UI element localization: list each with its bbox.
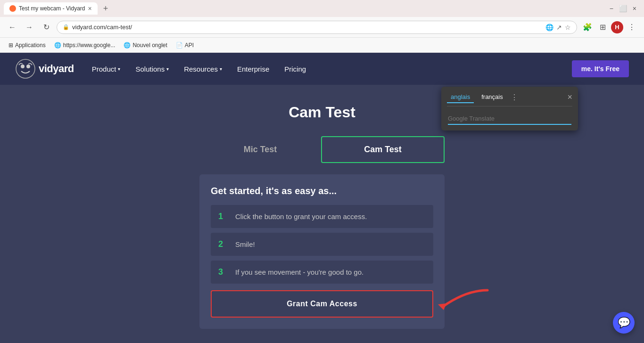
- chevron-down-icon-2: ▾: [166, 66, 169, 72]
- translate-close-button[interactable]: ×: [567, 92, 572, 102]
- tab-title: Test my webcam - Vidyard: [19, 5, 85, 12]
- refresh-button[interactable]: ↻: [40, 21, 53, 34]
- profile-button[interactable]: H: [611, 21, 623, 33]
- translate-popup: anglais français ⋮ ×: [441, 87, 578, 131]
- step-3: 3 If you see movement - you're good to g…: [211, 261, 433, 284]
- bookmark-google[interactable]: 🌐 https://www.google...: [51, 41, 118, 49]
- mic-test-tab[interactable]: Mic Test: [199, 136, 321, 163]
- chevron-down-icon: ▾: [118, 66, 120, 72]
- vidyard-navbar: vidyard Product ▾ Solutions ▾ Resources …: [0, 53, 644, 85]
- step-2-text: Smile!: [235, 240, 255, 248]
- step-3-number: 3: [218, 267, 228, 277]
- svg-point-1: [16, 59, 35, 78]
- extensions-icon[interactable]: 🧩: [581, 21, 594, 34]
- minimize-button[interactable]: −: [610, 5, 613, 12]
- translate-header: anglais français ⋮ ×: [441, 87, 578, 106]
- back-button[interactable]: ←: [6, 21, 19, 34]
- grant-button-wrapper: Grant Cam Access: [211, 290, 433, 318]
- translate-tab-french[interactable]: français: [478, 91, 507, 103]
- translate-menu-button[interactable]: ⋮: [511, 93, 518, 102]
- browser-tab[interactable]: Test my webcam - Vidyard ×: [4, 2, 98, 15]
- translate-search-input[interactable]: [448, 113, 571, 125]
- address-bar-container: ← → ↻ 🔒 vidyard.com/cam-test/ 🌐 ↗ ☆ 🧩 ⊞ …: [0, 17, 644, 38]
- window-controls: − ⬜ ×: [610, 5, 640, 12]
- address-bar-icons: 🌐 ↗ ☆: [545, 24, 571, 31]
- bookmark-new-tab[interactable]: 🌐 Nouvel onglet: [121, 41, 170, 49]
- bookmark-label: API: [185, 42, 194, 49]
- url-text: vidyard.com/cam-test/: [72, 24, 543, 31]
- forward-button[interactable]: →: [23, 21, 36, 34]
- nav-resources[interactable]: Resources ▾: [177, 61, 229, 77]
- browser-grid-icon[interactable]: ⊞: [596, 21, 609, 34]
- doc-icon: 📄: [176, 42, 183, 49]
- bookmark-star-icon[interactable]: ☆: [565, 24, 571, 31]
- page-title: Cam Test: [289, 104, 355, 121]
- step-1-text: Click the button to grant your cam acces…: [235, 212, 367, 220]
- globe-icon: 🌐: [54, 42, 61, 49]
- nav-product[interactable]: Product ▾: [85, 61, 127, 77]
- step-1-number: 1: [218, 212, 228, 221]
- logo-text: vidyard: [39, 63, 74, 75]
- browser-menu-icon[interactable]: ⋮: [625, 21, 638, 34]
- step-3-text: If you see movement - you're good to go.: [235, 268, 363, 276]
- bookmark-api[interactable]: 📄 API: [173, 41, 197, 49]
- translate-content: [441, 106, 578, 125]
- maximize-button[interactable]: ⬜: [619, 5, 627, 12]
- browser-titlebar: Test my webcam - Vidyard × + − ⬜ ×: [0, 0, 644, 17]
- bookmark-applications[interactable]: ⊞ Applications: [6, 41, 49, 49]
- steps-heading: Get started, it's as easy as...: [211, 186, 433, 196]
- svg-point-0: [10, 6, 15, 11]
- chevron-down-icon-3: ▾: [220, 66, 222, 72]
- browser-action-icons: 🧩 ⊞ H ⋮: [581, 21, 638, 34]
- nav-menu: Product ▾ Solutions ▾ Resources ▾ Enterp…: [85, 61, 313, 77]
- cta-free-button[interactable]: me. It's Free: [572, 60, 629, 77]
- tab-favicon: [9, 5, 16, 12]
- steps-card: Get started, it's as easy as... 1 Click …: [199, 174, 445, 329]
- chat-bubble-button[interactable]: 💬: [613, 312, 635, 334]
- bookmarks-bar: ⊞ Applications 🌐 https://www.google... 🌐…: [0, 38, 644, 53]
- svg-point-3: [26, 65, 30, 68]
- cam-test-tab[interactable]: Cam Test: [321, 136, 445, 163]
- tab-close-button[interactable]: ×: [88, 5, 92, 12]
- window-close-button[interactable]: ×: [633, 5, 636, 12]
- new-tab-button[interactable]: +: [99, 4, 112, 14]
- svg-marker-4: [438, 303, 446, 310]
- chat-icon: 💬: [618, 317, 630, 329]
- step-2-number: 2: [218, 239, 228, 249]
- arrow-annotation: [429, 286, 490, 318]
- bookmark-label: Applications: [15, 42, 46, 49]
- nav-pricing[interactable]: Pricing: [278, 61, 313, 77]
- translate-icon[interactable]: 🌐: [545, 24, 553, 31]
- bookmark-label: Nouvel onglet: [132, 42, 167, 49]
- globe-icon-2: 🌐: [124, 42, 131, 49]
- nav-right-actions: me. It's Free: [572, 60, 629, 77]
- vidyard-logo[interactable]: vidyard: [15, 58, 74, 79]
- test-tabs: Mic Test Cam Test: [199, 136, 445, 163]
- ssl-icon: 🔒: [63, 24, 69, 30]
- share-icon[interactable]: ↗: [556, 24, 562, 31]
- svg-point-2: [21, 65, 25, 68]
- step-1: 1 Click the button to grant your cam acc…: [211, 205, 433, 228]
- address-bar[interactable]: 🔒 vidyard.com/cam-test/ 🌐 ↗ ☆: [57, 21, 577, 34]
- translate-tab-english[interactable]: anglais: [447, 91, 474, 103]
- step-2: 2 Smile!: [211, 233, 433, 256]
- nav-solutions[interactable]: Solutions ▾: [129, 61, 175, 77]
- nav-enterprise[interactable]: Enterprise: [231, 61, 276, 77]
- bookmark-label: https://www.google...: [63, 42, 116, 49]
- grant-cam-access-button[interactable]: Grant Cam Access: [211, 290, 433, 318]
- apps-icon: ⊞: [8, 42, 13, 49]
